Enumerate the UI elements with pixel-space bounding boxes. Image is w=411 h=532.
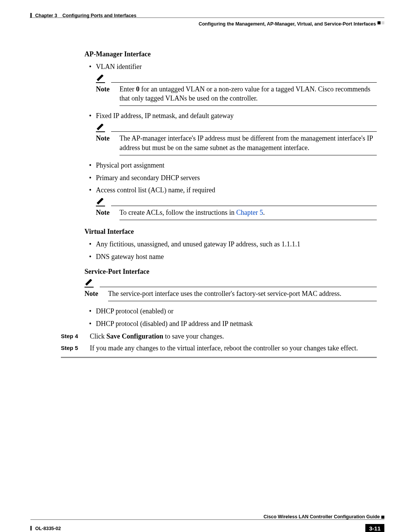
list-item: DNS gateway host name — [84, 252, 377, 262]
note-text: The service-port interface uses the cont… — [108, 289, 377, 299]
note-block: Note The service-port interface uses the… — [84, 279, 377, 301]
heading-virtual: Virtual Interface — [84, 227, 377, 236]
chapter-5-link[interactable]: Chapter 5 — [236, 209, 263, 216]
list-item: VLAN identifier — [84, 62, 377, 72]
chapter-label: Chapter 3 — [35, 13, 57, 18]
note-text: To create ACLs, follow the instructions … — [119, 208, 377, 217]
list-item: Any fictitious, unassigned, and unused g… — [84, 240, 377, 249]
step-5-label: Step 5 — [61, 343, 83, 353]
note-bottom-rule — [119, 220, 377, 220]
pencil-note-icon — [96, 124, 105, 132]
note-bottom-rule — [108, 301, 377, 301]
vertical-bar-icon — [30, 13, 32, 18]
step-row: Step 5 If you made any changes to the vi… — [61, 343, 377, 353]
note-label: Note — [96, 85, 113, 104]
heading-ap-manager: AP-Manager Interface — [84, 50, 377, 59]
pencil-note-icon — [96, 198, 105, 206]
heading-service-port: Service-Port Interface — [84, 267, 377, 276]
pencil-note-icon — [96, 75, 105, 83]
footer-square-icon — [381, 516, 384, 519]
note-label: Note — [96, 134, 113, 153]
note-top-rule — [111, 131, 377, 132]
running-header-right: Configuring the Management, AP-Manager, … — [199, 21, 376, 27]
note-block: Note The AP-manager interface's IP addre… — [96, 124, 377, 155]
footer-doc-id: OL-8335-02 — [30, 526, 61, 531]
note-block: Note To create ACLs, follow the instruct… — [96, 198, 377, 220]
note-top-rule — [111, 82, 377, 83]
note-label: Note — [96, 208, 113, 217]
pencil-note-icon — [84, 279, 94, 288]
note-bottom-rule — [119, 105, 377, 106]
chapter-title: Configuring Ports and Interfaces — [62, 13, 136, 18]
list-item: DHCP protocol (enabled) or — [84, 307, 377, 316]
list-item: Physical port assignment — [84, 161, 377, 170]
step-4-label: Step 4 — [61, 332, 83, 341]
procedure-end-rule — [61, 357, 377, 358]
note-text: The AP-manager interface's IP address mu… — [119, 134, 377, 153]
note-top-rule — [111, 206, 377, 206]
vertical-bar-icon — [30, 526, 32, 530]
footer-rule — [30, 519, 384, 520]
running-header-left: Chapter 3 Configuring Ports and Interfac… — [30, 13, 137, 18]
list-item: Fixed IP address, IP netmask, and defaul… — [84, 111, 377, 121]
footer-guide-title: Cisco Wireless LAN Controller Configurat… — [30, 514, 380, 519]
step-5-text: If you made any changes to the virtual i… — [90, 343, 358, 353]
note-text: Enter 0 for an untagged VLAN or a non-ze… — [119, 85, 377, 104]
list-item: Primary and secondary DHCP servers — [84, 173, 377, 183]
header-square-icon — [378, 21, 381, 24]
header-square-shadow-icon — [381, 21, 384, 24]
note-bottom-rule — [119, 155, 377, 155]
list-item: DHCP protocol (disabled) and IP address … — [84, 319, 377, 329]
step-4-text: Click Save Configuration to save your ch… — [90, 332, 224, 341]
page-footer: Cisco Wireless LAN Controller Configurat… — [30, 514, 384, 521]
step-row: Step 4 Click Save Configuration to save … — [61, 332, 377, 341]
page-number: 3-11 — [365, 524, 384, 532]
note-block: Note Enter 0 for an untagged VLAN or a n… — [96, 75, 377, 106]
section-title: Configuring the Management, AP-Manager, … — [199, 21, 376, 27]
note-label: Note — [84, 289, 102, 299]
page-body: AP-Manager Interface VLAN identifier Not… — [84, 46, 377, 358]
list-item: Access control list (ACL) name, if requi… — [84, 185, 377, 195]
note-top-rule — [100, 287, 377, 287]
